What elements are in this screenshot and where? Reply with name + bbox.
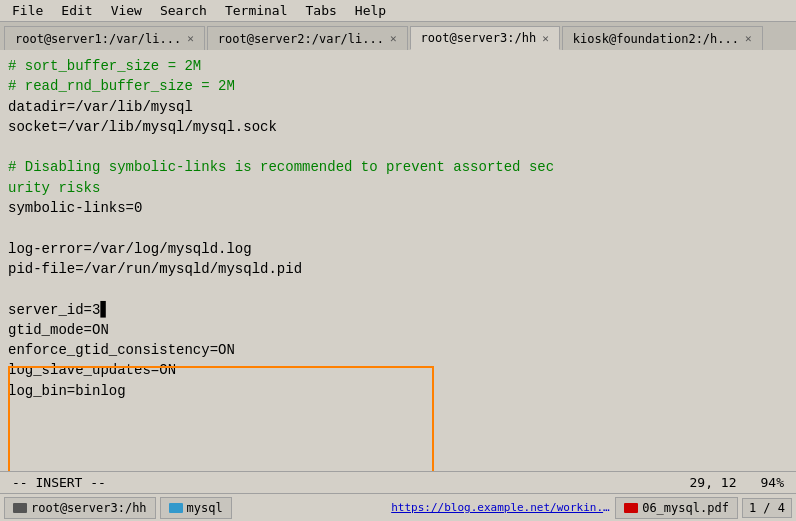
code-content: # sort_buffer_size = 2M # read_rnd_buffe… xyxy=(8,56,788,401)
line-16: log_slave_updates=ON xyxy=(8,360,788,380)
tab-label: root@server1:/var/li... xyxy=(15,32,181,46)
line-13: server_id=3▋ xyxy=(8,300,788,320)
taskbar-terminal-label: root@server3:/hh xyxy=(31,501,147,515)
line-10: log-error=/var/log/mysqld.log xyxy=(8,239,788,259)
taskbar-pdf-label: 06_mysql.pdf xyxy=(642,501,729,515)
tab-server1[interactable]: root@server1:/var/li... ✕ xyxy=(4,26,205,50)
menu-file[interactable]: File xyxy=(4,1,51,20)
tab-label: root@server3:/hh xyxy=(421,31,537,45)
line-4: socket=/var/lib/mysql/mysql.sock xyxy=(8,117,788,137)
menubar: File Edit View Search Terminal Tabs Help xyxy=(0,0,796,22)
terminal-icon xyxy=(13,503,27,513)
statusbar: -- INSERT -- 29, 12 94% xyxy=(0,471,796,493)
line-3: datadir=/var/lib/mysql xyxy=(8,97,788,117)
tab-close-kiosk[interactable]: ✕ xyxy=(745,32,752,45)
line-15: enforce_gtid_consistency=ON xyxy=(8,340,788,360)
editor-mode: -- INSERT -- xyxy=(12,475,666,490)
editor[interactable]: # sort_buffer_size = 2M # read_rnd_buffe… xyxy=(0,50,796,471)
tab-label: kiosk@foundation2:/h... xyxy=(573,32,739,46)
menu-help[interactable]: Help xyxy=(347,1,394,20)
line-7: urity risks xyxy=(8,178,788,198)
menu-search[interactable]: Search xyxy=(152,1,215,20)
taskbar: root@server3:/hh mysql https://blog.exam… xyxy=(0,493,796,521)
line-17: log_bin=binlog xyxy=(8,381,788,401)
menu-view[interactable]: View xyxy=(103,1,150,20)
pdf-pages: 1 / 4 xyxy=(742,498,792,518)
menu-edit[interactable]: Edit xyxy=(53,1,100,20)
taskbar-link[interactable]: https://blog.example.net/workin... xyxy=(391,501,611,514)
tab-server2[interactable]: root@server2:/var/li... ✕ xyxy=(207,26,408,50)
tabbar: root@server1:/var/li... ✕ root@server2:/… xyxy=(0,22,796,50)
line-11: pid-file=/var/run/mysqld/mysqld.pid xyxy=(8,259,788,279)
line-9 xyxy=(8,218,788,238)
tab-server3[interactable]: root@server3:/hh ✕ xyxy=(410,26,560,50)
cursor-position: 29, 12 xyxy=(690,475,737,490)
taskbar-mysql-label: mysql xyxy=(187,501,223,515)
line-8: symbolic-links=0 xyxy=(8,198,788,218)
tab-close-server3[interactable]: ✕ xyxy=(542,32,549,45)
line-12 xyxy=(8,279,788,299)
taskbar-pdf[interactable]: 06_mysql.pdf xyxy=(615,497,738,519)
tab-label: root@server2:/var/li... xyxy=(218,32,384,46)
menu-terminal[interactable]: Terminal xyxy=(217,1,296,20)
line-14: gtid_mode=ON xyxy=(8,320,788,340)
tab-close-server1[interactable]: ✕ xyxy=(187,32,194,45)
pdf-icon xyxy=(624,503,638,513)
tab-kiosk[interactable]: kiosk@foundation2:/h... ✕ xyxy=(562,26,763,50)
menu-tabs[interactable]: Tabs xyxy=(298,1,345,20)
line-6: # Disabling symbolic-links is recommende… xyxy=(8,157,788,177)
taskbar-mysql[interactable]: mysql xyxy=(160,497,232,519)
line-1: # sort_buffer_size = 2M xyxy=(8,56,788,76)
tab-close-server2[interactable]: ✕ xyxy=(390,32,397,45)
taskbar-terminal[interactable]: root@server3:/hh xyxy=(4,497,156,519)
line-2: # read_rnd_buffer_size = 2M xyxy=(8,76,788,96)
line-5 xyxy=(8,137,788,157)
scroll-percent: 94% xyxy=(761,475,784,490)
mysql-icon xyxy=(169,503,183,513)
